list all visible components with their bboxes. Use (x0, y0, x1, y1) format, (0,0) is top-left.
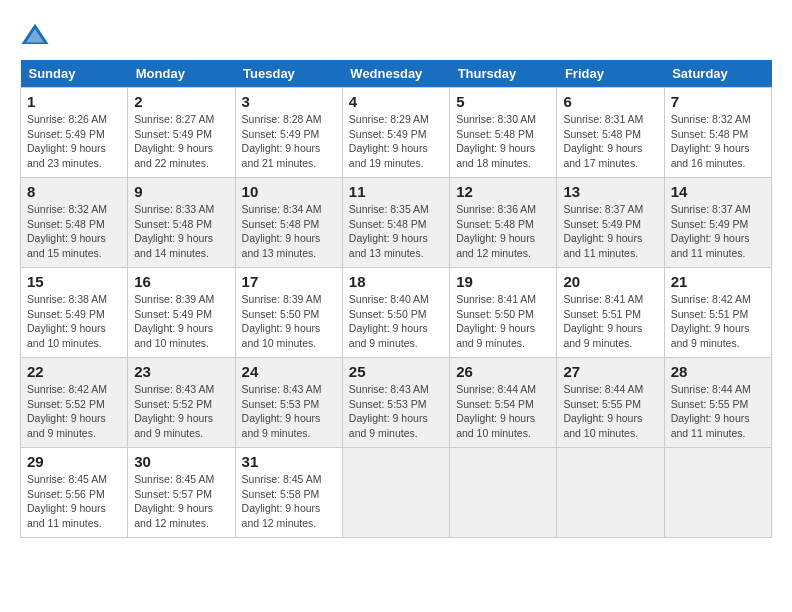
day-number: 10 (242, 183, 336, 200)
day-number: 30 (134, 453, 228, 470)
day-detail: Sunrise: 8:32 AMSunset: 5:48 PMDaylight:… (671, 112, 765, 171)
page-header (20, 20, 772, 50)
table-row: 3Sunrise: 8:28 AMSunset: 5:49 PMDaylight… (235, 88, 342, 178)
day-detail: Sunrise: 8:28 AMSunset: 5:49 PMDaylight:… (242, 112, 336, 171)
day-number: 27 (563, 363, 657, 380)
table-row: 12Sunrise: 8:36 AMSunset: 5:48 PMDayligh… (450, 178, 557, 268)
day-number: 14 (671, 183, 765, 200)
table-row: 21Sunrise: 8:42 AMSunset: 5:51 PMDayligh… (664, 268, 771, 358)
day-number: 12 (456, 183, 550, 200)
weekday-header-wednesday: Wednesday (342, 60, 449, 88)
day-number: 3 (242, 93, 336, 110)
day-number: 9 (134, 183, 228, 200)
day-number: 11 (349, 183, 443, 200)
day-number: 29 (27, 453, 121, 470)
day-number: 22 (27, 363, 121, 380)
day-detail: Sunrise: 8:30 AMSunset: 5:48 PMDaylight:… (456, 112, 550, 171)
day-number: 16 (134, 273, 228, 290)
weekday-header-sunday: Sunday (21, 60, 128, 88)
table-row (342, 448, 449, 538)
day-detail: Sunrise: 8:37 AMSunset: 5:49 PMDaylight:… (671, 202, 765, 261)
table-row: 11Sunrise: 8:35 AMSunset: 5:48 PMDayligh… (342, 178, 449, 268)
table-row: 26Sunrise: 8:44 AMSunset: 5:54 PMDayligh… (450, 358, 557, 448)
table-row: 17Sunrise: 8:39 AMSunset: 5:50 PMDayligh… (235, 268, 342, 358)
table-row: 1Sunrise: 8:26 AMSunset: 5:49 PMDaylight… (21, 88, 128, 178)
calendar-table: SundayMondayTuesdayWednesdayThursdayFrid… (20, 60, 772, 538)
day-detail: Sunrise: 8:39 AMSunset: 5:50 PMDaylight:… (242, 292, 336, 351)
day-number: 21 (671, 273, 765, 290)
day-detail: Sunrise: 8:42 AMSunset: 5:52 PMDaylight:… (27, 382, 121, 441)
table-row: 6Sunrise: 8:31 AMSunset: 5:48 PMDaylight… (557, 88, 664, 178)
table-row: 25Sunrise: 8:43 AMSunset: 5:53 PMDayligh… (342, 358, 449, 448)
day-detail: Sunrise: 8:44 AMSunset: 5:54 PMDaylight:… (456, 382, 550, 441)
table-row: 9Sunrise: 8:33 AMSunset: 5:48 PMDaylight… (128, 178, 235, 268)
table-row: 2Sunrise: 8:27 AMSunset: 5:49 PMDaylight… (128, 88, 235, 178)
table-row: 5Sunrise: 8:30 AMSunset: 5:48 PMDaylight… (450, 88, 557, 178)
day-number: 25 (349, 363, 443, 380)
calendar-row-4: 22Sunrise: 8:42 AMSunset: 5:52 PMDayligh… (21, 358, 772, 448)
day-number: 23 (134, 363, 228, 380)
day-detail: Sunrise: 8:34 AMSunset: 5:48 PMDaylight:… (242, 202, 336, 261)
table-row: 4Sunrise: 8:29 AMSunset: 5:49 PMDaylight… (342, 88, 449, 178)
day-detail: Sunrise: 8:44 AMSunset: 5:55 PMDaylight:… (563, 382, 657, 441)
weekday-header-tuesday: Tuesday (235, 60, 342, 88)
weekday-header-thursday: Thursday (450, 60, 557, 88)
day-detail: Sunrise: 8:45 AMSunset: 5:57 PMDaylight:… (134, 472, 228, 531)
day-detail: Sunrise: 8:27 AMSunset: 5:49 PMDaylight:… (134, 112, 228, 171)
day-number: 15 (27, 273, 121, 290)
day-detail: Sunrise: 8:41 AMSunset: 5:51 PMDaylight:… (563, 292, 657, 351)
table-row: 28Sunrise: 8:44 AMSunset: 5:55 PMDayligh… (664, 358, 771, 448)
day-detail: Sunrise: 8:37 AMSunset: 5:49 PMDaylight:… (563, 202, 657, 261)
calendar-row-5: 29Sunrise: 8:45 AMSunset: 5:56 PMDayligh… (21, 448, 772, 538)
day-detail: Sunrise: 8:40 AMSunset: 5:50 PMDaylight:… (349, 292, 443, 351)
table-row: 14Sunrise: 8:37 AMSunset: 5:49 PMDayligh… (664, 178, 771, 268)
table-row: 19Sunrise: 8:41 AMSunset: 5:50 PMDayligh… (450, 268, 557, 358)
table-row: 18Sunrise: 8:40 AMSunset: 5:50 PMDayligh… (342, 268, 449, 358)
table-row: 29Sunrise: 8:45 AMSunset: 5:56 PMDayligh… (21, 448, 128, 538)
table-row: 7Sunrise: 8:32 AMSunset: 5:48 PMDaylight… (664, 88, 771, 178)
day-number: 19 (456, 273, 550, 290)
calendar-row-1: 1Sunrise: 8:26 AMSunset: 5:49 PMDaylight… (21, 88, 772, 178)
table-row (664, 448, 771, 538)
day-detail: Sunrise: 8:38 AMSunset: 5:49 PMDaylight:… (27, 292, 121, 351)
day-detail: Sunrise: 8:35 AMSunset: 5:48 PMDaylight:… (349, 202, 443, 261)
day-number: 4 (349, 93, 443, 110)
day-detail: Sunrise: 8:32 AMSunset: 5:48 PMDaylight:… (27, 202, 121, 261)
table-row (557, 448, 664, 538)
day-detail: Sunrise: 8:43 AMSunset: 5:52 PMDaylight:… (134, 382, 228, 441)
day-number: 17 (242, 273, 336, 290)
weekday-header-friday: Friday (557, 60, 664, 88)
logo (20, 20, 54, 50)
day-number: 18 (349, 273, 443, 290)
table-row: 22Sunrise: 8:42 AMSunset: 5:52 PMDayligh… (21, 358, 128, 448)
day-number: 6 (563, 93, 657, 110)
day-detail: Sunrise: 8:42 AMSunset: 5:51 PMDaylight:… (671, 292, 765, 351)
day-detail: Sunrise: 8:26 AMSunset: 5:49 PMDaylight:… (27, 112, 121, 171)
table-row: 10Sunrise: 8:34 AMSunset: 5:48 PMDayligh… (235, 178, 342, 268)
table-row: 23Sunrise: 8:43 AMSunset: 5:52 PMDayligh… (128, 358, 235, 448)
day-detail: Sunrise: 8:43 AMSunset: 5:53 PMDaylight:… (242, 382, 336, 441)
table-row (450, 448, 557, 538)
weekday-header-row: SundayMondayTuesdayWednesdayThursdayFrid… (21, 60, 772, 88)
table-row: 13Sunrise: 8:37 AMSunset: 5:49 PMDayligh… (557, 178, 664, 268)
table-row: 24Sunrise: 8:43 AMSunset: 5:53 PMDayligh… (235, 358, 342, 448)
day-detail: Sunrise: 8:36 AMSunset: 5:48 PMDaylight:… (456, 202, 550, 261)
day-number: 13 (563, 183, 657, 200)
day-number: 1 (27, 93, 121, 110)
day-number: 7 (671, 93, 765, 110)
day-detail: Sunrise: 8:41 AMSunset: 5:50 PMDaylight:… (456, 292, 550, 351)
calendar-body: 1Sunrise: 8:26 AMSunset: 5:49 PMDaylight… (21, 88, 772, 538)
calendar-row-3: 15Sunrise: 8:38 AMSunset: 5:49 PMDayligh… (21, 268, 772, 358)
calendar-header: SundayMondayTuesdayWednesdayThursdayFrid… (21, 60, 772, 88)
day-number: 5 (456, 93, 550, 110)
day-detail: Sunrise: 8:29 AMSunset: 5:49 PMDaylight:… (349, 112, 443, 171)
table-row: 30Sunrise: 8:45 AMSunset: 5:57 PMDayligh… (128, 448, 235, 538)
table-row: 15Sunrise: 8:38 AMSunset: 5:49 PMDayligh… (21, 268, 128, 358)
day-detail: Sunrise: 8:45 AMSunset: 5:58 PMDaylight:… (242, 472, 336, 531)
day-number: 2 (134, 93, 228, 110)
day-detail: Sunrise: 8:31 AMSunset: 5:48 PMDaylight:… (563, 112, 657, 171)
day-number: 20 (563, 273, 657, 290)
day-number: 31 (242, 453, 336, 470)
day-detail: Sunrise: 8:45 AMSunset: 5:56 PMDaylight:… (27, 472, 121, 531)
weekday-header-saturday: Saturday (664, 60, 771, 88)
